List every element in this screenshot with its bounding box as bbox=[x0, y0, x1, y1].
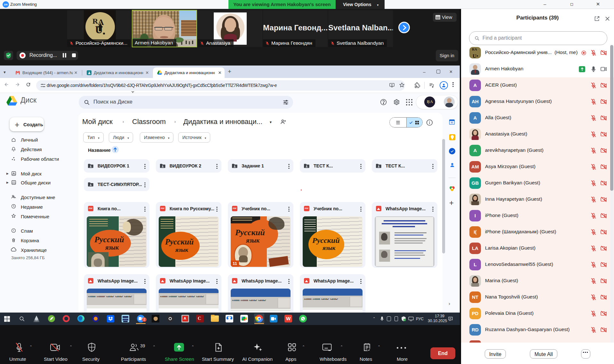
svg-text:31: 31 bbox=[451, 121, 453, 124]
